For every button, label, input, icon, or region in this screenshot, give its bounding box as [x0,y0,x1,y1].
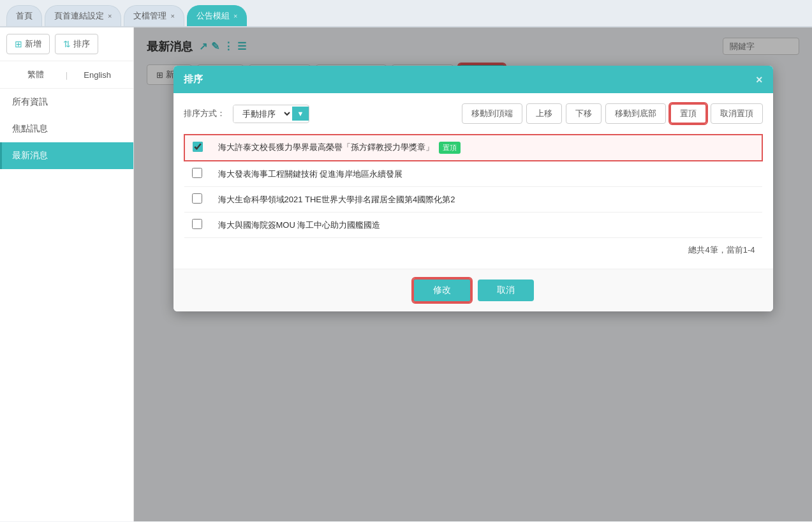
tab-homepage-link[interactable]: 頁首連結設定 × [45,5,121,26]
sidebar-sort-button[interactable]: ⇅ 排序 [55,34,98,54]
modal-close-button[interactable]: × [756,74,763,86]
language-switcher: 繁體 | English [0,61,133,89]
row-text-3: 海大生命科學領域2021 THE世界大學排名躍居全國第4國際化第2 [210,187,762,213]
sort-select-arrow-icon[interactable]: ▼ [292,107,309,121]
confirm-button[interactable]: 修改 [413,278,471,302]
tab-announcement[interactable]: 公告模組 × [187,5,247,26]
row-checkbox-2[interactable] [192,168,202,178]
lang-english[interactable]: English [68,68,127,82]
close-icon[interactable]: × [233,12,237,20]
row-checkbox-1[interactable] [193,142,203,152]
move-down-button[interactable]: 下移 [566,103,602,124]
tab-bar: 首頁 頁首連結設定 × 文檔管理 × 公告模組 × [0,0,812,27]
pagination-info: 總共4筆，當前1-4 [184,238,763,258]
sort-icon: ⇅ [63,39,71,49]
tab-doc-mgmt[interactable]: 文檔管理 × [124,5,184,26]
row-text-1: 海大許泰文校長獲力學界最高榮譽「孫方鐸教授力學獎章」置頂 [210,135,762,161]
sidebar-item-featured[interactable]: 焦點訊息 [0,116,133,142]
row-checkbox-4[interactable] [192,219,202,229]
row-text-2: 海大發表海事工程關鍵技術 促進海岸地區永續發展 [210,161,762,187]
sort-modal: 排序 × 排序方式： 手動排序 ▼ [173,66,773,311]
move-top-button[interactable]: 移動到頂端 [462,103,522,124]
cancel-button[interactable]: 取消 [478,280,534,301]
modal-header: 排序 × [173,66,773,93]
add-icon: ⊞ [15,39,22,49]
sidebar-actions: ⊞ 新增 ⇅ 排序 [0,27,133,61]
sort-select-wrapper: 手動排序 ▼ [233,105,310,123]
modal-overlay: 排序 × 排序方式： 手動排序 ▼ [134,27,812,521]
sort-select[interactable]: 手動排序 [233,105,292,123]
tab-doc-mgmt-label: 文檔管理 [133,10,166,22]
sidebar-add-label: 新增 [25,38,41,50]
modal-footer: 修改 取消 [173,269,773,311]
sort-action-buttons: 移動到頂端 上移 下移 移動到底部 置頂 取消置頂 [462,103,763,124]
close-icon[interactable]: × [108,12,112,20]
tab-announcement-label: 公告模組 [196,10,230,22]
main-layout: ⊞ 新增 ⇅ 排序 繁體 | English 所有資訊 焦點訊息 最新消息 最新… [0,27,812,521]
modal-body: 排序方式： 手動排序 ▼ 移動到頂端 上移 下移 移動到底部 [173,93,773,269]
sort-method-label: 排序方式： [184,108,225,119]
row-checkbox-3[interactable] [192,193,202,204]
row-text-4: 海大與國海院簽MOU 海工中心助力國艦國造 [210,213,762,238]
move-up-button[interactable]: 上移 [526,103,562,124]
modal-title: 排序 [184,73,203,86]
tab-home-label: 首頁 [16,10,33,22]
sidebar-nav: 所有資訊 焦點訊息 最新消息 [0,89,133,169]
sidebar-add-button[interactable]: ⊞ 新增 [6,34,50,54]
sort-table: 海大許泰文校長獲力學界最高榮譽「孫方鐸教授力學獎章」置頂海大發表海事工程關鍵技術… [184,134,763,238]
sort-controls: 排序方式： 手動排序 ▼ 移動到頂端 上移 下移 移動到底部 [184,103,763,124]
sidebar-item-latest[interactable]: 最新消息 [0,142,133,169]
content-area: 最新消息 ↗ ✎ ⋮ ☰ ⊞ 新增 🗑 刪除 ✕ 刪除多 [134,27,812,521]
lang-traditional[interactable]: 繁體 [6,66,66,83]
unpin-button[interactable]: 取消置頂 [711,103,763,124]
pinned-badge-1: 置頂 [439,142,461,154]
sidebar: ⊞ 新增 ⇅ 排序 繁體 | English 所有資訊 焦點訊息 最新消息 [0,27,134,521]
tab-home[interactable]: 首頁 [6,5,42,26]
sidebar-item-all[interactable]: 所有資訊 [0,89,133,116]
sidebar-sort-label: 排序 [73,38,90,50]
move-bottom-button[interactable]: 移動到底部 [605,103,666,124]
tab-homepage-link-label: 頁首連結設定 [54,10,104,22]
close-icon[interactable]: × [170,12,174,20]
pin-button[interactable]: 置頂 [670,103,707,124]
